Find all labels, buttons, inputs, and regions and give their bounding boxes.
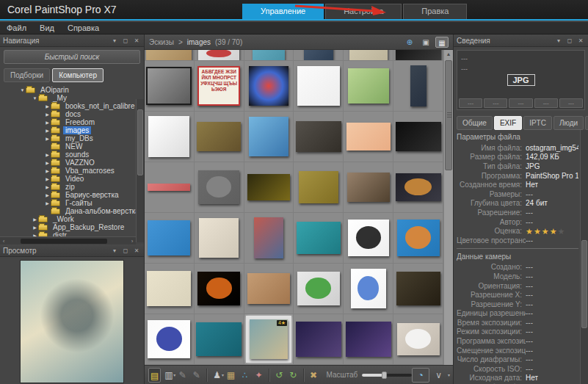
thumbnail-brain-art[interactable] — [145, 314, 195, 364]
panel-menu-icon[interactable]: ▾ — [110, 247, 119, 254]
map-photos-button[interactable]: ▦ — [225, 368, 237, 383]
tree-item-images[interactable]: ▶images — [0, 126, 144, 134]
web-view-icon[interactable]: ⊕ — [403, 37, 416, 48]
tree-expand-icon[interactable]: ▶ — [44, 200, 51, 206]
star-icon[interactable]: ★ — [542, 227, 550, 236]
navigation-vertical-scrollbar[interactable] — [136, 99, 144, 242]
tree-expand-icon[interactable]: ▶ — [44, 176, 51, 181]
thumbnail-sketch[interactable] — [344, 50, 393, 60]
info-quick-button[interactable]: --- — [484, 98, 507, 108]
thumbnail-fractal-circles[interactable] — [145, 112, 195, 162]
star-icon[interactable]: ★ — [550, 227, 558, 236]
rotate-right-button[interactable]: ↻ — [287, 368, 300, 383]
thumbnail-gold-abstract[interactable] — [244, 162, 294, 212]
toolbar-overflow-icon[interactable]: ▾ — [448, 372, 450, 377]
zoom-slider[interactable] — [362, 374, 412, 377]
calendar-search-button[interactable]: ◔ — [412, 368, 429, 383]
thumbnail-text-column[interactable] — [393, 61, 443, 111]
tree-item-Freedom[interactable]: ▶Freedom — [0, 118, 144, 126]
thumbnail-teal-photo[interactable] — [244, 50, 294, 60]
tree-expand-icon[interactable]: ▼ — [32, 96, 38, 101]
thumbnail-filmstrip[interactable] — [294, 213, 344, 263]
panel-pin-icon[interactable]: ◻ — [121, 247, 130, 254]
thumbnail-alphabet-poster[interactable]: АБВГДЕЕ ЖЗИЙКЛ МНОПРСТ УФХЦЧШ ЩЪЫЬЭЮЯ — [195, 61, 244, 111]
thumbnail-desk-photo[interactable] — [195, 112, 244, 162]
thumbnail-view-icon[interactable]: ▦ — [435, 37, 449, 48]
info-quick-button[interactable]: --- — [459, 98, 482, 108]
tree-item-Video[interactable]: ▶Video — [0, 175, 144, 183]
thumbnail-document-table[interactable] — [294, 61, 344, 111]
thumbnail-app-screenshot[interactable] — [393, 314, 443, 364]
tree-item-books_not_in_calibre[interactable]: ▶books_not_in_calibre — [0, 102, 144, 110]
info-display-button[interactable]: ▥▾ — [162, 368, 175, 383]
breadcrumb-folder[interactable]: images — [187, 38, 211, 46]
collapse-toolbar-icon[interactable]: ∨ — [435, 370, 442, 380]
info-tab-Люди[interactable]: Люди — [553, 116, 584, 130]
tree-item-Vba_macroses[interactable]: ▶Vba_macroses — [0, 167, 144, 175]
info-tab-Общие[interactable]: Общие — [457, 116, 493, 130]
thumbnail-document[interactable] — [195, 50, 244, 60]
panel-pin-icon[interactable]: ◻ — [565, 37, 574, 44]
thumbnail-circuit-pattern[interactable] — [294, 162, 344, 212]
tree-item-AOiparin[interactable]: ▼AOiparin — [0, 86, 144, 94]
thumbnail-constellation[interactable] — [195, 314, 244, 364]
scroll-up-icon[interactable]: ▲ — [444, 50, 453, 58]
navigation-horizontal-scrollbar[interactable]: ‹ › — [0, 236, 136, 244]
tree-expand-icon[interactable]: ▶ — [44, 104, 51, 109]
panel-close-icon[interactable]: ✕ — [132, 37, 141, 44]
scroll-left-icon[interactable]: ‹ — [0, 238, 7, 244]
thumbnail-people-photo[interactable] — [294, 112, 344, 162]
tab-collections[interactable]: Подборки — [4, 68, 50, 82]
thumbnail-fox[interactable] — [393, 213, 443, 263]
info-quick-button[interactable]: --- — [509, 98, 532, 108]
delete-button[interactable]: ✖ — [308, 368, 320, 383]
zoom-slider-handle[interactable] — [382, 372, 387, 379]
tree-expand-icon[interactable]: ▶ — [44, 120, 51, 125]
rotate-left-button[interactable]: ↺ — [273, 368, 286, 383]
info-quick-button[interactable]: --- — [559, 98, 583, 108]
thumbnail-color-grid[interactable] — [393, 162, 443, 212]
batch-edit-button[interactable]: ✎ — [190, 368, 203, 383]
star-icon[interactable]: ★ — [558, 227, 566, 236]
panel-pin-icon[interactable]: ◻ — [121, 37, 130, 44]
quick-search-button[interactable]: Быстрый поиск — [4, 50, 140, 64]
thumbnail-collage[interactable] — [244, 213, 294, 263]
menu-view[interactable]: Вид — [33, 23, 61, 32]
thumbnail-anatomy-sketch[interactable] — [344, 112, 393, 162]
panel-close-icon[interactable]: ✕ — [576, 37, 585, 44]
tree-item-docs[interactable]: ▶docs — [0, 110, 144, 118]
tree-item-sounds[interactable]: ▶sounds — [0, 151, 144, 159]
thumbnail-browser-window[interactable] — [294, 264, 344, 314]
tree-expand-icon[interactable]: ▶ — [44, 152, 51, 157]
thumbnail-dark-photo[interactable] — [294, 50, 344, 60]
grid-vertical-scrollbar[interactable]: ▲ — [443, 50, 453, 365]
thumbnail-banner-art[interactable] — [145, 50, 195, 60]
thumbnail-fire[interactable] — [195, 264, 244, 314]
star-icon[interactable]: ★ — [534, 227, 542, 236]
thumbnail-loading-placeholder[interactable] — [195, 162, 244, 212]
rating-stars[interactable]: ★★★★★ — [526, 228, 565, 235]
sort-button[interactable]: ▤ — [148, 368, 161, 383]
tree-item-App_Backup_Restore[interactable]: ▶App_Backup_Restore — [0, 223, 144, 231]
thumbnail-sculpture-selected[interactable]: 4★ — [244, 314, 294, 364]
tree-item-VAZZNO[interactable]: ▶VAZZNO — [0, 159, 144, 167]
thumbnail-owl-nebula[interactable] — [344, 314, 393, 364]
tree-item-Г-сайты[interactable]: ▶Г-сайты — [0, 199, 144, 207]
panel-close-icon[interactable]: ✕ — [132, 247, 141, 254]
tree-item-my_DBs[interactable]: ▶my_DBs — [0, 134, 144, 142]
tree-expand-icon[interactable]: ▼ — [19, 88, 26, 93]
thumbnail-fish-skeleton[interactable] — [393, 112, 443, 162]
panel-menu-icon[interactable]: ▾ — [554, 37, 563, 44]
tree-expand-icon[interactable]: ▶ — [44, 168, 51, 173]
thumbnail-cartoon[interactable] — [344, 61, 393, 111]
find-people-button[interactable]: ♟▾ — [211, 368, 223, 383]
tree-expand-icon[interactable]: ▶ — [32, 217, 38, 222]
share-button[interactable]: ∴ — [239, 368, 251, 383]
thumbnail-robot[interactable] — [344, 264, 393, 314]
tree-expand-icon[interactable]: ▶ — [44, 112, 51, 117]
tree-expand-icon[interactable]: ▶ — [44, 128, 51, 133]
tab-computer[interactable]: Компьютер — [52, 68, 104, 82]
tree-item-_Work[interactable]: ▶_Work — [0, 215, 144, 223]
thumbnail-pencil-sketch[interactable] — [195, 213, 244, 263]
tree-expand-icon[interactable]: ▶ — [44, 192, 51, 198]
